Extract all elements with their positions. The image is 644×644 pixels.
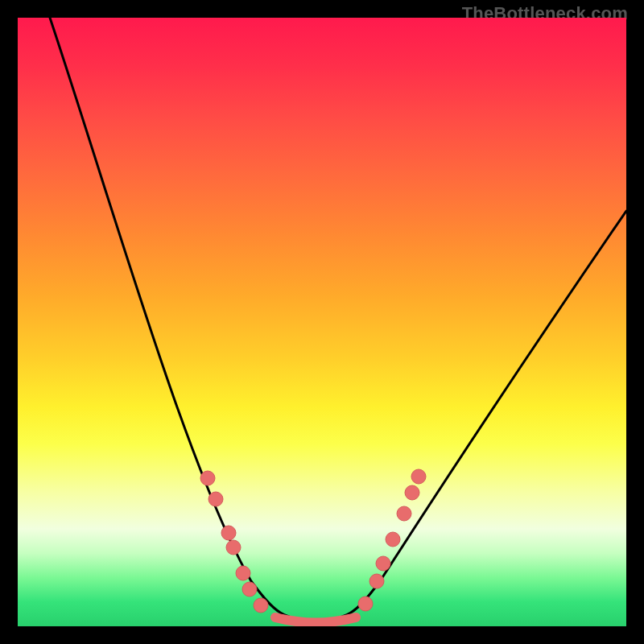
curve-marker bbox=[226, 540, 241, 555]
curve-marker bbox=[242, 582, 257, 597]
curve-marker bbox=[200, 471, 215, 485]
markers-right bbox=[358, 469, 426, 611]
curve-marker bbox=[405, 485, 419, 500]
curve-marker bbox=[208, 492, 223, 506]
chart-stage: TheBottleneck.com bbox=[0, 0, 644, 644]
curve-marker bbox=[411, 469, 426, 484]
bottleneck-curve bbox=[50, 18, 626, 620]
curve-marker bbox=[358, 597, 373, 611]
curve-svg bbox=[18, 18, 626, 626]
plot-area bbox=[18, 18, 626, 626]
curve-marker bbox=[236, 566, 250, 580]
curve-marker bbox=[397, 506, 411, 521]
curve-marker bbox=[221, 526, 236, 540]
curve-marker bbox=[376, 556, 390, 571]
curve-marker bbox=[254, 598, 268, 613]
curve-marker bbox=[369, 574, 384, 588]
valley-segment bbox=[275, 617, 356, 623]
curve-marker bbox=[386, 532, 400, 547]
